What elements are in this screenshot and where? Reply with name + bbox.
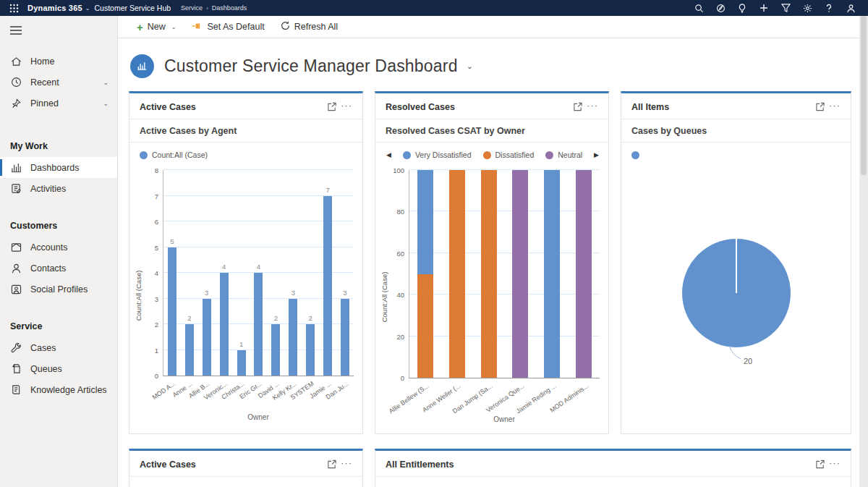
vertical-scrollbar[interactable] (859, 16, 868, 487)
sidebar-item-pinned[interactable]: Pinned ⌄ (0, 93, 117, 114)
stacked-bar-segment[interactable] (417, 274, 433, 378)
stacked-bar-segment[interactable] (481, 170, 497, 378)
legend-color-dot (545, 151, 553, 159)
chart-plot-area: 01234567852341423273MOD A...Anne ...Alli… (144, 170, 354, 421)
chevron-down-icon[interactable]: ⌄ (103, 100, 109, 107)
bar-slot: 2 (302, 170, 319, 376)
legend-label: Dissatisfied (495, 151, 535, 159)
hamburger-menu-icon[interactable] (0, 20, 29, 41)
card-active-cases-list: Active Cases ··· (129, 449, 363, 487)
bar[interactable] (271, 324, 280, 376)
x-axis-labels: Allie Bellew (S...Anne Weiler (...Dan Ju… (409, 381, 600, 414)
app-name[interactable]: Dynamics 365 (27, 4, 82, 12)
social-profiles-icon (10, 284, 22, 295)
bar-value-label: 1 (239, 340, 243, 348)
chart-title: Active Cases by Agent (129, 119, 362, 143)
sidebar-item-home[interactable]: Home (0, 51, 117, 72)
bar-value-label: 5 (170, 237, 174, 245)
app-chevron-down-icon[interactable]: ⌄ (85, 5, 90, 12)
breadcrumb-service[interactable]: Service (181, 4, 203, 12)
refresh-all-button[interactable]: Refresh All (274, 16, 344, 38)
bar-value-label: 3 (292, 289, 295, 297)
bar-slot: 5 (163, 170, 181, 376)
search-icon[interactable] (690, 1, 707, 15)
sidebar-item-recent[interactable]: Recent ⌄ (0, 72, 117, 93)
lightbulb-icon[interactable] (733, 1, 751, 15)
stacked-bar-segment[interactable] (417, 170, 433, 274)
sidebar-item-contacts[interactable]: Contacts (0, 258, 117, 279)
bar[interactable] (185, 324, 194, 376)
new-button[interactable]: + New ⌄ (130, 16, 182, 38)
bar[interactable] (306, 324, 315, 376)
legend-scroll-right-icon[interactable]: ▶ (593, 151, 600, 158)
scrollbar-thumb[interactable] (861, 16, 867, 175)
stacked-bar-segment[interactable] (544, 170, 560, 378)
chart-title: Cases by Queues (621, 119, 851, 143)
bar[interactable] (323, 196, 332, 376)
expand-icon[interactable] (571, 101, 585, 113)
bar-slot: 3 (284, 170, 302, 376)
sidebar-item-queues[interactable]: Queues (0, 358, 117, 379)
sidebar-item-accounts[interactable]: Accounts (0, 237, 117, 258)
bar[interactable] (254, 273, 263, 376)
chevron-down-icon[interactable]: ⌄ (171, 24, 176, 30)
stacked-bar-segment[interactable] (512, 170, 528, 378)
bar-slot (473, 170, 505, 378)
sidebar-item-cases[interactable]: Cases (0, 337, 117, 358)
y-tick-label: 2 (155, 321, 158, 329)
sidebar-item-dashboards[interactable]: Dashboards (0, 157, 117, 178)
y-tick-label: 4 (155, 269, 158, 277)
sidebar-item-label: Home (30, 56, 54, 67)
legend-scroll-left-icon[interactable]: ◀ (386, 151, 392, 158)
sidebar-item-label: Knowledge Articles (30, 385, 107, 395)
site-map-sidebar: Home Recent ⌄ Pinned ⌄ My Work Dashboard… (0, 16, 118, 487)
more-options-icon[interactable]: ··· (585, 100, 600, 114)
app-launcher-waffle-icon[interactable] (6, 0, 22, 16)
compass-icon[interactable] (712, 1, 729, 15)
more-options-icon[interactable]: ··· (827, 457, 842, 471)
sidebar-item-social-profiles[interactable]: Social Profiles (0, 279, 117, 300)
bar[interactable] (237, 350, 246, 376)
x-label-slot: Dan Ju... (336, 378, 354, 412)
sidebar-section-customers: Customers (0, 211, 117, 237)
expand-icon[interactable] (813, 459, 827, 470)
bar[interactable] (341, 299, 349, 376)
chart-area: Count:All (Case)01234567852341423273MOD … (129, 166, 362, 421)
user-icon[interactable] (842, 1, 859, 15)
y-tick-label: 80 (396, 208, 404, 216)
more-options-icon[interactable]: ··· (827, 100, 842, 114)
dashboard-selector-chevron-icon[interactable]: ⌄ (467, 62, 473, 71)
breadcrumb: Service › Dashboards (181, 4, 247, 12)
dashboards-icon (10, 162, 22, 174)
card-active-cases: Active Cases ··· Active Cases by Agent C… (129, 91, 363, 434)
chevron-down-icon[interactable]: ⌄ (103, 79, 109, 86)
sidebar-section-service: Service (0, 311, 117, 337)
sidebar-item-activities[interactable]: Activities (0, 178, 117, 199)
sidebar-item-knowledge-articles[interactable]: Knowledge Articles (0, 379, 117, 400)
more-options-icon[interactable]: ··· (339, 457, 354, 471)
expand-icon[interactable] (813, 101, 827, 113)
breadcrumb-dashboards[interactable]: Dashboards (212, 4, 247, 12)
bar-slot (536, 170, 568, 378)
bar-slot: 4 (250, 170, 268, 376)
filter-icon[interactable] (777, 1, 794, 15)
more-options-icon[interactable]: ··· (339, 100, 354, 114)
expand-icon[interactable] (325, 101, 339, 113)
gear-icon[interactable] (799, 1, 816, 15)
stacked-bar-segment[interactable] (449, 170, 465, 378)
bar[interactable] (289, 299, 297, 376)
hub-name[interactable]: Customer Service Hub (94, 4, 171, 12)
set-as-default-button[interactable]: Set As Default (185, 16, 271, 38)
help-icon[interactable] (820, 1, 838, 15)
expand-icon[interactable] (325, 459, 339, 470)
pie-svg: 20 (628, 192, 845, 402)
bar[interactable] (203, 299, 211, 376)
legend-color-dot (403, 151, 411, 159)
bar[interactable] (220, 273, 229, 376)
sidebar-item-label: Recent (30, 77, 59, 88)
x-axis-labels: MOD A...Anne ...Allie B...Veronic...Chri… (163, 378, 354, 412)
y-tick-label: 6 (155, 218, 158, 226)
plus-icon[interactable] (755, 1, 773, 15)
stacked-bar-segment[interactable] (576, 170, 592, 378)
bar[interactable] (168, 247, 176, 376)
